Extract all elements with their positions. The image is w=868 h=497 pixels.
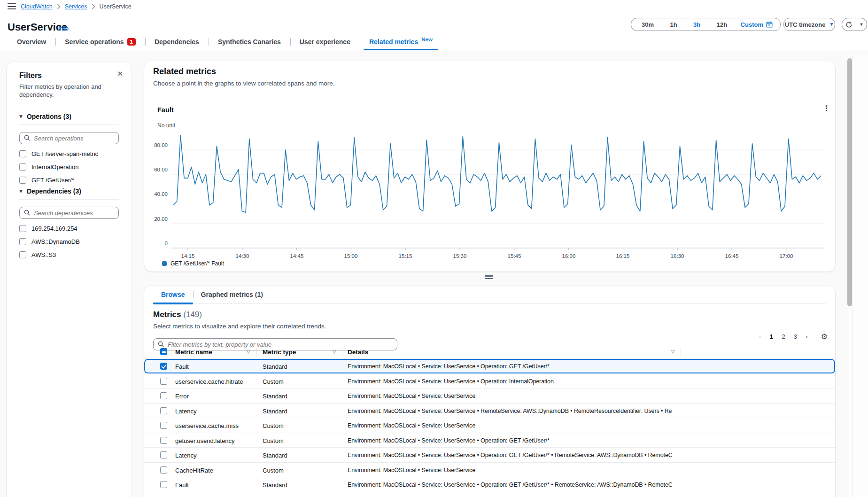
search-operations-input[interactable]: [19, 132, 119, 144]
dependencies-section-header[interactable]: ▼ Dependencies (3): [19, 187, 119, 200]
row-checkbox[interactable]: [160, 407, 167, 414]
checkbox[interactable]: [19, 251, 26, 258]
row-checkbox[interactable]: [160, 392, 167, 399]
x-axis-tick: 15:00: [344, 253, 358, 259]
checkbox[interactable]: [19, 150, 26, 157]
service-tabs: Overview Service operations1 Dependencie…: [8, 34, 442, 50]
chevron-right-icon: [57, 4, 61, 9]
metrics-table-body: Fault Standard Environment: MacOSLocal •…: [144, 359, 835, 492]
pagination-page-2[interactable]: 2: [778, 332, 789, 341]
time-range-custom[interactable]: Custom: [741, 21, 773, 28]
divider: [816, 333, 816, 341]
scrollbar-thumb[interactable]: [847, 58, 852, 306]
time-range-1h[interactable]: 1h: [667, 21, 680, 28]
breadcrumb-cloudwatch[interactable]: CloudWatch: [21, 3, 53, 10]
details-link[interactable]: Environment: MacOSLocal • Service: UserS…: [348, 408, 672, 414]
chart-legend[interactable]: GET /GetUser/* Fault: [162, 260, 224, 267]
row-checkbox[interactable]: [160, 437, 167, 444]
y-axis-tick: 80.00: [146, 142, 168, 148]
table-row[interactable]: Latency Standard Environment: MacOSLocal…: [144, 448, 835, 463]
dependency-filter-item[interactable]: AWS::DynamoDB: [19, 238, 119, 245]
tab-overview[interactable]: Overview: [8, 34, 55, 50]
row-checkbox[interactable]: [160, 378, 167, 385]
select-all-checkbox[interactable]: [160, 348, 167, 355]
legend-label: GET /GetUser/* Fault: [170, 260, 224, 267]
table-row[interactable]: Error Standard Environment: MacOSLocal •…: [144, 388, 835, 404]
row-checkbox[interactable]: [160, 466, 167, 474]
filter-icon[interactable]: ▽: [333, 349, 336, 354]
operation-filter-item[interactable]: InternalOperation: [19, 163, 119, 171]
time-range-3h[interactable]: 3h: [690, 21, 703, 28]
table-row[interactable]: Fault Standard Environment: MacOSLocal •…: [144, 359, 835, 374]
operation-filter-item[interactable]: GET /server-span-metric: [19, 150, 119, 157]
row-checkbox[interactable]: [160, 481, 167, 488]
tab-browse[interactable]: Browse: [153, 286, 193, 303]
y-axis-tick: 20.00: [146, 216, 168, 222]
checkbox[interactable]: [19, 225, 26, 232]
details-link[interactable]: Environment: MacOSLocal • Service: UserS…: [348, 452, 672, 458]
pagination-prev[interactable]: ‹: [756, 332, 765, 341]
details-link[interactable]: Environment: MacOSLocal • Service: UserS…: [348, 467, 475, 474]
x-axis-tick: 14:45: [290, 253, 304, 259]
chevron-down-icon: ▼: [860, 23, 864, 27]
row-checkbox[interactable]: [160, 451, 167, 458]
close-icon[interactable]: ✕: [117, 70, 123, 78]
breadcrumb-services[interactable]: Services: [65, 3, 87, 10]
page-header: UserService Info 30m 1h 3h 12h Custom UT…: [0, 13, 868, 50]
tab-graphed-metrics[interactable]: Graphed metrics (1): [193, 286, 271, 303]
tab-user-experience[interactable]: User experience: [290, 34, 360, 50]
fault-line-chart[interactable]: [171, 134, 827, 251]
details-link[interactable]: Environment: MacOSLocal • Service: UserS…: [348, 422, 475, 429]
tab-related-metrics[interactable]: Related metricsNew: [360, 34, 442, 50]
table-row[interactable]: userservice.cache.miss Custom Environmen…: [144, 418, 835, 433]
divider: [256, 348, 256, 357]
x-axis-tick: 17:00: [780, 253, 793, 259]
details-link[interactable]: Environment: MacOSLocal • Service: UserS…: [348, 393, 475, 399]
row-checkbox[interactable]: [160, 363, 167, 370]
table-row[interactable]: Fault Standard Environment: MacOSLocal •…: [144, 477, 835, 492]
table-row[interactable]: getuser.userid.latency Custom Environmen…: [144, 433, 835, 448]
info-link[interactable]: Info: [58, 25, 69, 32]
hamburger-menu-icon[interactable]: [8, 3, 16, 9]
time-range-12h[interactable]: 12h: [714, 21, 730, 28]
tab-synthetics-canaries[interactable]: Synthetics Canaries: [209, 34, 290, 50]
table-row[interactable]: CacheHitRate Custom Environment: MacOSLo…: [144, 463, 835, 478]
pagination-page-1[interactable]: 1: [767, 332, 777, 341]
refresh-options-button[interactable]: ▼: [856, 23, 867, 27]
kebab-menu-icon[interactable]: ⋮: [822, 103, 830, 113]
table-row[interactable]: Latency Standard Environment: MacOSLocal…: [144, 404, 835, 419]
divider: [681, 348, 681, 357]
operations-section-header[interactable]: ▼ Operations (3): [19, 113, 119, 125]
checkbox[interactable]: [19, 163, 26, 171]
chart-title: Fault: [157, 106, 174, 114]
operation-filter-item[interactable]: GET /GetUser/*: [19, 177, 119, 184]
checkbox[interactable]: [19, 177, 26, 184]
tab-dependencies[interactable]: Dependencies: [145, 34, 209, 50]
checkbox[interactable]: [19, 238, 26, 245]
pagination-page-3[interactable]: 3: [790, 332, 801, 341]
panel-resize-handle[interactable]: [485, 275, 493, 280]
details-link[interactable]: Environment: MacOSLocal • Service: UserS…: [348, 378, 554, 385]
row-checkbox[interactable]: [160, 422, 167, 429]
time-range-30m[interactable]: 30m: [639, 21, 657, 28]
tab-service-operations[interactable]: Service operations1: [55, 34, 145, 50]
pagination-next[interactable]: ›: [802, 332, 811, 341]
time-range-control: 30m 1h 3h 12h Custom: [631, 18, 781, 31]
search-icon: [24, 135, 30, 141]
table-row[interactable]: userservice.cache.hitrate Custom Environ…: [144, 374, 835, 389]
refresh-button[interactable]: [842, 18, 856, 31]
search-dependencies-field: [19, 207, 119, 219]
dependency-filter-item[interactable]: AWS::S3: [19, 251, 119, 258]
details-link[interactable]: Environment: MacOSLocal • Service: UserS…: [348, 363, 550, 370]
x-axis-tick: 16:00: [562, 253, 576, 259]
details-link[interactable]: Environment: MacOSLocal • Service: UserS…: [348, 481, 672, 488]
gear-icon[interactable]: ⚙: [821, 332, 828, 341]
refresh-split-button: ▼: [842, 18, 867, 31]
filter-icon[interactable]: ▽: [671, 349, 675, 354]
details-link[interactable]: Environment: MacOSLocal • Service: UserS…: [348, 437, 550, 444]
filter-icon[interactable]: ▽: [247, 349, 250, 354]
timezone-dropdown[interactable]: UTC timezone ▼: [783, 18, 835, 31]
search-dependencies-input[interactable]: [19, 207, 119, 219]
metrics-description: Select metrics to visualize and explore …: [153, 323, 326, 330]
dependency-filter-item[interactable]: 169.254.169.254: [19, 225, 119, 232]
